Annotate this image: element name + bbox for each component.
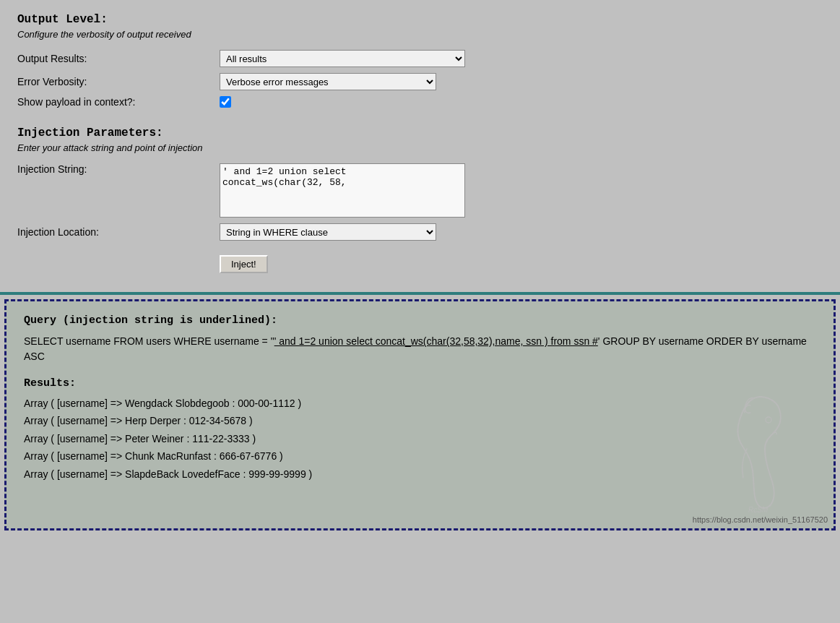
error-verbosity-label: Error Verbosity:	[17, 76, 220, 87]
error-verbosity-select[interactable]: Verbose error messages Quiet Normal	[220, 73, 436, 90]
output-level-subtitle: Configure the verbosity of output receiv…	[17, 29, 823, 40]
bottom-panel: Query (injection string is underlined): …	[4, 299, 836, 530]
svg-point-0	[766, 417, 771, 423]
svg-text:RcSM: RcSM	[748, 506, 768, 514]
injection-string-label: Injection String:	[17, 163, 220, 175]
query-prefix: SELECT username FROM users WHERE usernam…	[24, 335, 274, 347]
injection-location-select[interactable]: String in WHERE clause Integer in WHERE …	[220, 223, 436, 241]
query-text: SELECT username FROM users WHERE usernam…	[24, 334, 816, 364]
inject-button[interactable]: Inject!	[220, 255, 268, 273]
inject-button-row: Inject!	[17, 246, 823, 273]
error-verbosity-row: Error Verbosity: Verbose error messages …	[17, 73, 823, 90]
output-level-title: Output Level:	[17, 13, 823, 26]
query-title: Query (injection string is underlined):	[24, 314, 816, 327]
url-watermark: https://blog.csdn.net/weixin_51167520	[693, 515, 828, 524]
injection-string-row: Injection String: ' and 1=2 union select…	[17, 163, 823, 218]
show-payload-row: Show payload in context?:	[17, 96, 823, 108]
injection-string-input[interactable]: ' and 1=2 union select concat_ws(char(32…	[220, 163, 465, 218]
show-payload-checkbox[interactable]	[220, 96, 231, 108]
output-results-row: Output Results: All results Successful o…	[17, 50, 823, 67]
output-results-select[interactable]: All results Successful only Failed only	[220, 50, 465, 67]
injection-location-label: Injection Location:	[17, 226, 220, 238]
injection-location-row: Injection Location: String in WHERE clau…	[17, 223, 823, 241]
output-results-label: Output Results:	[17, 53, 220, 64]
horse-logo: RcSM	[696, 384, 812, 514]
injection-params-subtitle: Enter your attack string and point of in…	[17, 142, 823, 153]
top-panel: Output Level: Configure the verbosity of…	[0, 0, 840, 295]
query-underlined: ' and 1=2 union select concat_ws(char(32…	[274, 335, 598, 347]
show-payload-label: Show payload in context?:	[17, 96, 220, 108]
injection-params-title: Injection Parameters:	[17, 126, 823, 139]
